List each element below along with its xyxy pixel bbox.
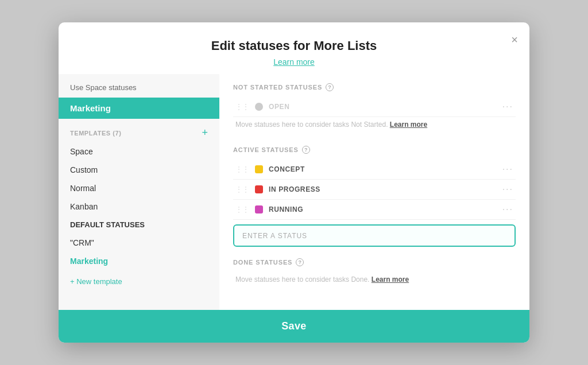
- templates-section-label: TEMPLATES (7): [70, 130, 121, 137]
- active-section: ACTIVE STATUSES ? ⋮⋮ CONCEPT ··· ⋮⋮ IN P…: [233, 146, 516, 247]
- not-started-learn-more[interactable]: Learn more: [390, 121, 427, 129]
- status-dot-open: [255, 103, 263, 111]
- status-dot-in-progress: [255, 185, 263, 193]
- status-dot-concept: [255, 165, 263, 173]
- done-header: DONE STATUSES ?: [233, 258, 516, 266]
- drag-handle-open[interactable]: ⋮⋮: [235, 103, 249, 111]
- status-more-in-progress[interactable]: ···: [502, 184, 513, 195]
- status-row-in-progress: ⋮⋮ IN PROGRESS ···: [233, 180, 516, 200]
- selected-template-item[interactable]: Marketing: [59, 98, 219, 119]
- not-started-help-icon[interactable]: ?: [326, 83, 334, 91]
- status-more-concept[interactable]: ···: [502, 164, 513, 174]
- active-title: ACTIVE STATUSES: [233, 146, 299, 153]
- left-panel: Use Space statuses Marketing TEMPLATES (…: [59, 74, 219, 310]
- learn-more-link[interactable]: Learn more: [273, 57, 315, 67]
- modal-title: Edit statuses for More Lists: [70, 38, 518, 53]
- status-row-open: ⋮⋮ OPEN ···: [233, 97, 516, 117]
- enter-status-input[interactable]: [233, 224, 516, 247]
- done-help-icon[interactable]: ?: [296, 258, 304, 266]
- right-panel: NOT STARTED STATUSES ? ⋮⋮ OPEN ··· Move …: [219, 74, 529, 310]
- not-started-header: NOT STARTED STATUSES ?: [233, 83, 516, 91]
- add-template-icon[interactable]: +: [202, 127, 208, 139]
- status-dot-running: [255, 205, 263, 213]
- save-button[interactable]: Save: [59, 310, 529, 343]
- templates-section-header: TEMPLATES (7) +: [59, 119, 219, 142]
- template-item-space[interactable]: Space: [59, 142, 219, 161]
- template-item-default-statuses[interactable]: DEFAULT STATUSES: [59, 216, 219, 234]
- done-learn-more[interactable]: Learn more: [372, 275, 409, 284]
- new-template-button[interactable]: + New template: [59, 273, 219, 290]
- drag-handle-running[interactable]: ⋮⋮: [235, 205, 249, 213]
- modal-header: Edit statuses for More Lists Learn more …: [59, 22, 529, 74]
- modal-body: Use Space statuses Marketing TEMPLATES (…: [59, 74, 529, 310]
- done-section: DONE STATUSES ? Move statuses here to co…: [233, 258, 516, 289]
- active-header: ACTIVE STATUSES ?: [233, 146, 516, 154]
- edit-statuses-modal: Edit statuses for More Lists Learn more …: [59, 22, 529, 343]
- template-item-marketing[interactable]: Marketing: [59, 252, 219, 270]
- modal-subtitle: Learn more: [70, 57, 518, 67]
- not-started-section: NOT STARTED STATUSES ? ⋮⋮ OPEN ··· Move …: [233, 83, 516, 134]
- modal-footer: Save: [59, 310, 529, 343]
- status-name-running: RUNNING: [269, 205, 497, 213]
- status-name-open: OPEN: [269, 103, 497, 111]
- done-title: DONE STATUSES: [233, 259, 292, 266]
- status-name-in-progress: IN PROGRESS: [269, 185, 497, 193]
- not-started-move-hint: Move statuses here to consider tasks Not…: [233, 117, 516, 134]
- status-name-concept: CONCEPT: [269, 165, 497, 173]
- template-item-kanban[interactable]: Kanban: [59, 197, 219, 216]
- status-more-running[interactable]: ···: [502, 204, 513, 215]
- status-row-concept: ⋮⋮ CONCEPT ···: [233, 160, 516, 180]
- template-item-normal[interactable]: Normal: [59, 179, 219, 197]
- status-more-open[interactable]: ···: [502, 102, 513, 112]
- template-item-crm[interactable]: "CRM": [59, 234, 219, 252]
- not-started-title: NOT STARTED STATUSES: [233, 84, 322, 91]
- drag-handle-in-progress[interactable]: ⋮⋮: [235, 185, 249, 193]
- status-row-running: ⋮⋮ RUNNING ···: [233, 200, 516, 220]
- template-item-custom[interactable]: Custom: [59, 161, 219, 179]
- close-button[interactable]: ×: [511, 34, 518, 45]
- done-move-hint: Move statuses here to consider tasks Don…: [233, 272, 516, 289]
- active-help-icon[interactable]: ?: [302, 146, 310, 154]
- use-space-label: Use Space statuses: [59, 83, 219, 98]
- drag-handle-concept[interactable]: ⋮⋮: [235, 165, 249, 173]
